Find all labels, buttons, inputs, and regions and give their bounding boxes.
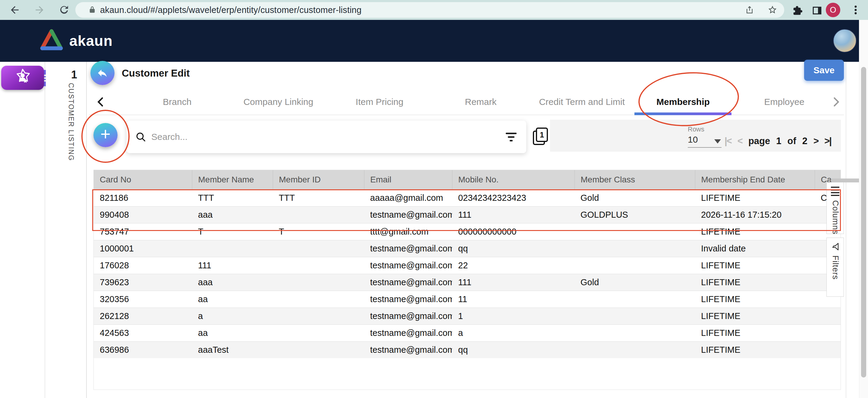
akaun-logo-icon [38, 28, 64, 54]
table-row[interactable]: 636986aaaTesttestname@gmail.comqqLIFETIM… [94, 341, 841, 358]
table-cell: 636986 [94, 341, 192, 358]
tabs-scroll-left-icon[interactable] [94, 95, 107, 109]
app-header: akaun [0, 20, 868, 62]
browser-back-icon[interactable] [9, 4, 21, 16]
url-bar[interactable]: akaun.cloud/#/applets/wavelet/erp/entity… [75, 2, 784, 18]
table-cell: a [452, 325, 575, 341]
table-row[interactable]: 424563aatestname@gmail.comaLIFETIME [94, 325, 841, 341]
share-icon[interactable] [745, 5, 754, 14]
back-button[interactable] [90, 61, 115, 85]
page-sheet-front: 1 [536, 127, 548, 142]
active-applet-badge[interactable] [1, 66, 44, 90]
table-row[interactable]: 821186TTTTTTaaaaa@gmail.com0234234232342… [94, 189, 841, 206]
table-cell: LIFETIME [695, 223, 815, 240]
column-header-mobile-no[interactable]: Mobile No. [452, 170, 575, 189]
table-cell [273, 341, 364, 358]
filter-list-icon[interactable] [504, 133, 518, 142]
single-page-view-icon[interactable]: 1 [533, 127, 549, 146]
first-page-button[interactable]: |< [724, 136, 732, 147]
column-header-membership-end-date[interactable]: Membership End Date [695, 170, 815, 189]
kebab-menu-icon[interactable] [850, 4, 861, 16]
tab-remark[interactable]: Remark [430, 90, 531, 114]
table-cell: TTT [192, 189, 273, 206]
back-arrow-icon [96, 67, 109, 79]
table-cell: 176028 [94, 257, 192, 274]
last-page-button[interactable]: >| [824, 136, 831, 147]
table-cell: testname@gmail.com [364, 290, 452, 308]
table-cell: tttt@gmail.com [364, 223, 452, 240]
table-cell [273, 290, 364, 308]
table-cell: aa [192, 290, 273, 308]
table-cell: Invalid date [695, 240, 815, 257]
tab-membership[interactable]: Membership [632, 90, 734, 114]
add-member-button[interactable]: + [93, 123, 118, 147]
browser-refresh-icon[interactable] [59, 4, 70, 16]
table-cell: LIFETIME [695, 189, 815, 206]
lock-icon [88, 6, 96, 14]
tab-branch[interactable]: Branch [127, 90, 228, 114]
extensions-icon[interactable] [792, 5, 804, 16]
columns-panel-button[interactable]: Columns [827, 182, 844, 234]
column-header-member-id[interactable]: Member ID [273, 170, 364, 189]
table-cell: aaa [192, 274, 273, 290]
tab-credit-term-and-limit[interactable]: Credit Term and Limit [531, 90, 632, 114]
table-cell [273, 240, 364, 257]
search-input[interactable] [151, 132, 500, 142]
table-cell [575, 223, 695, 240]
table-cell [273, 257, 364, 274]
browser-profile-badge[interactable]: O [826, 3, 840, 17]
table-row[interactable]: 320356aatestname@gmail.com11LIFETIME [94, 290, 841, 308]
tab-item-pricing[interactable]: Item Pricing [329, 90, 430, 114]
columns-icon [831, 187, 839, 196]
rows-per-page-select[interactable]: 10 [688, 134, 721, 148]
tab-company-linking[interactable]: Company Linking [228, 90, 329, 114]
browser-forward-icon[interactable] [34, 4, 45, 16]
table-cell: 000000000000 [452, 223, 575, 240]
table-cell: qq [452, 240, 575, 257]
table-cell: 1000001 [94, 240, 192, 257]
column-header-email[interactable]: Email [364, 170, 452, 189]
bookmark-star-icon[interactable] [768, 5, 777, 14]
table-row[interactable]: 753747TTtttt@gmail.com000000000000LIFETI… [94, 223, 841, 240]
total-pages: 2 [802, 136, 807, 147]
user-avatar[interactable] [833, 29, 857, 53]
table-cell: testname@gmail.com [364, 341, 452, 358]
current-page: 1 [776, 136, 781, 147]
vertical-scrollbar-track[interactable] [859, 20, 868, 398]
table-cell: aaaTest [192, 341, 273, 358]
table-cell: 739623 [94, 274, 192, 290]
table-cell [575, 325, 695, 341]
workspace-tab-strip[interactable]: 1 CUSTOMER LISTING [46, 62, 87, 398]
next-page-button[interactable]: > [813, 136, 818, 147]
table-cell: 320356 [94, 290, 192, 308]
table-cell [575, 240, 695, 257]
vertical-scrollbar-thumb[interactable] [861, 67, 866, 377]
table-cell: 1 [452, 308, 575, 325]
tab-employee[interactable]: Employee [734, 90, 835, 114]
column-header-card-no[interactable]: Card No [94, 170, 192, 189]
column-header-member-name[interactable]: Member Name [192, 170, 273, 189]
prev-page-button[interactable]: < [738, 136, 742, 147]
side-panel-icon[interactable] [811, 5, 823, 16]
table-row[interactable]: 262128atestname@gmail.com1LIFETIME [94, 308, 841, 325]
logo-text: akaun [69, 33, 113, 49]
filters-panel-button[interactable]: Filters [827, 238, 844, 297]
url-text: akaun.cloud/#/applets/wavelet/erp/entity… [100, 5, 362, 15]
table-cell: aaaaa@gmail.com [364, 189, 452, 206]
table-row[interactable]: 1000001testname@gmail.comqqInvalid date [94, 240, 841, 257]
table-cell: aaa [192, 206, 273, 223]
save-button[interactable]: Save [804, 60, 844, 81]
table-cell: TTT [273, 189, 364, 206]
table-header-row: Card NoMember NameMember IDEmailMobile N… [94, 170, 841, 189]
table-cell: qq [452, 341, 575, 358]
table-row[interactable]: 739623aaatestname@gmail.com111GoldLIFETI… [94, 274, 841, 290]
table-cell: testname@gmail.com [364, 325, 452, 341]
table-cell: a [192, 308, 273, 325]
rows-label: Rows [688, 125, 704, 133]
table-cell: 2026-11-16 17:15:20 [695, 206, 815, 223]
table-row[interactable]: 176028111testname@gmail.com22LIFETIME [94, 257, 841, 274]
app-sidebar [0, 62, 45, 398]
table-row[interactable]: 990408aaatestname@gmail.com111GOLDPLUS20… [94, 206, 841, 223]
table-cell: 262128 [94, 308, 192, 325]
column-header-member-class[interactable]: Member Class [575, 170, 695, 189]
